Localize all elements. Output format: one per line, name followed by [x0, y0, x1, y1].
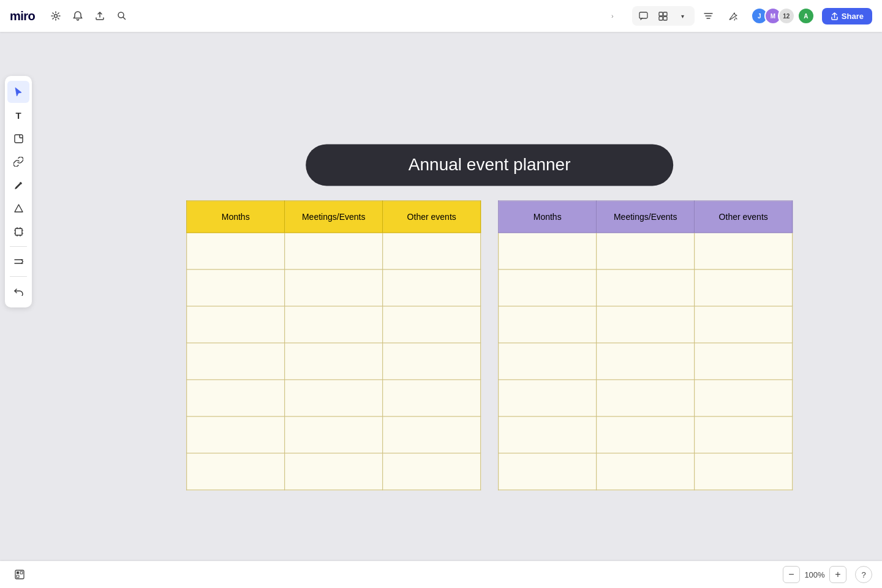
- right-col-other: Other events: [695, 201, 793, 233]
- svg-rect-10: [17, 571, 19, 574]
- nav-back-btn[interactable]: ›: [603, 6, 622, 26]
- cell[interactable]: [597, 306, 695, 343]
- cell[interactable]: [187, 417, 285, 453]
- minimap-button[interactable]: [10, 565, 29, 584]
- zoom-level: 100%: [804, 570, 826, 579]
- bottom-bar: − 100% + ?: [0, 561, 882, 588]
- cell[interactable]: [499, 233, 597, 270]
- page-title: Annual event planner: [409, 155, 571, 174]
- cell[interactable]: [597, 343, 695, 380]
- zoom-controls: − 100% + ?: [783, 566, 872, 583]
- cell[interactable]: [383, 343, 481, 380]
- content-wrapper: Annual event planner Months Meetings/Eve…: [186, 144, 793, 490]
- navbar: miro ›: [0, 0, 882, 32]
- cell[interactable]: [695, 417, 793, 453]
- table-row: [187, 233, 481, 270]
- cell[interactable]: [383, 306, 481, 343]
- sticky-note-tool[interactable]: [7, 127, 29, 149]
- cell[interactable]: [499, 417, 597, 453]
- cell[interactable]: [285, 380, 383, 417]
- grid-view-btn[interactable]: [654, 7, 673, 24]
- left-header-row: Months Meetings/Events Other events: [187, 201, 481, 233]
- cell[interactable]: [597, 453, 695, 490]
- avatar-3: A: [797, 7, 815, 24]
- left-table: Months Meetings/Events Other events: [186, 200, 481, 490]
- svg-rect-4: [663, 12, 667, 16]
- cell[interactable]: [695, 270, 793, 306]
- cell[interactable]: [695, 233, 793, 270]
- pen-tool[interactable]: [7, 174, 29, 196]
- cell[interactable]: [285, 306, 383, 343]
- cell[interactable]: [597, 380, 695, 417]
- search-button[interactable]: [112, 6, 132, 26]
- cell[interactable]: [187, 306, 285, 343]
- cell[interactable]: [695, 306, 793, 343]
- cell[interactable]: [499, 270, 597, 306]
- tables-row: Months Meetings/Events Other events: [186, 200, 793, 490]
- table-row: [499, 233, 793, 270]
- shapes-tool[interactable]: [7, 197, 29, 219]
- cell[interactable]: [187, 343, 285, 380]
- share-button[interactable]: Share: [822, 8, 872, 24]
- cell[interactable]: [383, 270, 481, 306]
- cell[interactable]: [187, 453, 285, 490]
- comment-view-btn[interactable]: [635, 7, 653, 24]
- cell[interactable]: [695, 453, 793, 490]
- cell[interactable]: [285, 233, 383, 270]
- zoom-in-button[interactable]: +: [829, 566, 846, 583]
- canvas: T: [0, 32, 882, 561]
- table-row: [499, 270, 793, 306]
- more-tools[interactable]: [7, 251, 29, 273]
- cell[interactable]: [597, 417, 695, 453]
- cell[interactable]: [285, 417, 383, 453]
- cell[interactable]: [695, 380, 793, 417]
- logo: miro: [10, 9, 35, 23]
- text-tool[interactable]: T: [7, 104, 29, 126]
- cell[interactable]: [499, 380, 597, 417]
- table-row: [187, 380, 481, 417]
- frame-tool[interactable]: [7, 221, 29, 243]
- cell[interactable]: [187, 270, 285, 306]
- right-table-body: [499, 233, 793, 490]
- table-row: [187, 343, 481, 380]
- cell[interactable]: [597, 270, 695, 306]
- title-bar: Annual event planner: [306, 144, 673, 186]
- cell[interactable]: [383, 417, 481, 453]
- filter-btn[interactable]: [699, 7, 718, 24]
- svg-rect-5: [659, 17, 663, 20]
- cell[interactable]: [499, 453, 597, 490]
- avatar-count: 12: [778, 7, 795, 24]
- cell[interactable]: [285, 453, 383, 490]
- svg-rect-2: [639, 12, 647, 18]
- cell[interactable]: [187, 233, 285, 270]
- nav-chevron: ›: [601, 6, 624, 26]
- cell[interactable]: [285, 270, 383, 306]
- right-col-meetings: Meetings/Events: [597, 201, 695, 233]
- svg-rect-11: [20, 571, 23, 574]
- cell[interactable]: [499, 306, 597, 343]
- notifications-button[interactable]: [68, 6, 88, 26]
- dropdown-btn[interactable]: ▾: [674, 7, 692, 24]
- cell[interactable]: [383, 380, 481, 417]
- cell[interactable]: [285, 343, 383, 380]
- navbar-right: › ▾: [601, 6, 872, 26]
- cell[interactable]: [383, 233, 481, 270]
- svg-rect-3: [659, 12, 663, 16]
- table-row: [187, 306, 481, 343]
- table-row: [499, 343, 793, 380]
- select-tool[interactable]: [7, 81, 29, 103]
- zoom-out-button[interactable]: −: [783, 566, 800, 583]
- right-col-months: Months: [499, 201, 597, 233]
- help-button[interactable]: ?: [855, 566, 872, 583]
- undo-tool[interactable]: [7, 281, 29, 303]
- cell[interactable]: [695, 343, 793, 380]
- upload-button[interactable]: [90, 6, 110, 26]
- cell[interactable]: [499, 343, 597, 380]
- cell[interactable]: [383, 453, 481, 490]
- right-table-header: Months Meetings/Events Other events: [499, 201, 793, 233]
- link-tool[interactable]: [7, 151, 29, 173]
- settings-button[interactable]: [46, 6, 66, 26]
- magic-btn[interactable]: [724, 7, 742, 24]
- cell[interactable]: [597, 233, 695, 270]
- cell[interactable]: [187, 380, 285, 417]
